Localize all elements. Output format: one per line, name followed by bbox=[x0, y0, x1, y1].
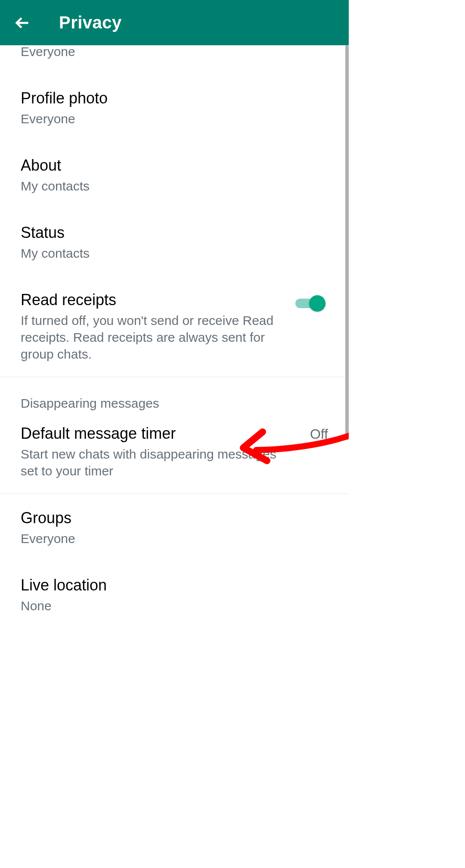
arrow-left-icon bbox=[15, 15, 31, 31]
setting-label: Read receipts bbox=[21, 290, 282, 309]
setting-description: If turned off, you won't send or receive… bbox=[21, 312, 282, 362]
app-bar: Privacy bbox=[0, 0, 349, 45]
setting-value: Everyone bbox=[21, 45, 328, 60]
setting-about[interactable]: About My contacts bbox=[0, 141, 349, 209]
privacy-settings-screen: Privacy Last seen Everyone Profile photo… bbox=[0, 0, 349, 651]
setting-groups[interactable]: Groups Everyone bbox=[0, 494, 349, 561]
setting-label: Live location bbox=[21, 575, 328, 595]
setting-read-receipts[interactable]: Read receipts If turned off, you won't s… bbox=[0, 276, 349, 377]
setting-label: Default message timer bbox=[21, 424, 297, 443]
setting-value: My contacts bbox=[21, 178, 328, 194]
setting-label: About bbox=[21, 156, 328, 175]
setting-value: None bbox=[21, 597, 328, 614]
setting-label: Profile photo bbox=[21, 88, 328, 108]
setting-value: Everyone bbox=[21, 110, 328, 127]
read-receipts-toggle[interactable] bbox=[295, 295, 326, 312]
setting-profile-photo[interactable]: Profile photo Everyone bbox=[0, 74, 349, 141]
back-button[interactable] bbox=[13, 13, 32, 32]
settings-list[interactable]: Last seen Everyone Profile photo Everyon… bbox=[0, 45, 349, 651]
setting-label: Status bbox=[21, 223, 328, 242]
section-header-disappearing: Disappearing messages bbox=[0, 377, 349, 415]
setting-value: Everyone bbox=[21, 530, 328, 547]
toggle-thumb bbox=[309, 295, 326, 312]
setting-status[interactable]: Status My contacts bbox=[0, 209, 349, 276]
setting-description: Start new chats with disappearing messag… bbox=[21, 446, 297, 479]
setting-value: Off bbox=[310, 426, 328, 442]
setting-value: My contacts bbox=[21, 245, 328, 262]
scrollbar-thumb[interactable] bbox=[345, 45, 349, 440]
setting-live-location[interactable]: Live location None bbox=[0, 561, 349, 628]
setting-default-message-timer[interactable]: Default message timer Start new chats wi… bbox=[0, 415, 349, 493]
page-title: Privacy bbox=[59, 13, 122, 32]
setting-last-seen[interactable]: Last seen Everyone bbox=[0, 45, 349, 74]
setting-label: Groups bbox=[21, 508, 328, 528]
